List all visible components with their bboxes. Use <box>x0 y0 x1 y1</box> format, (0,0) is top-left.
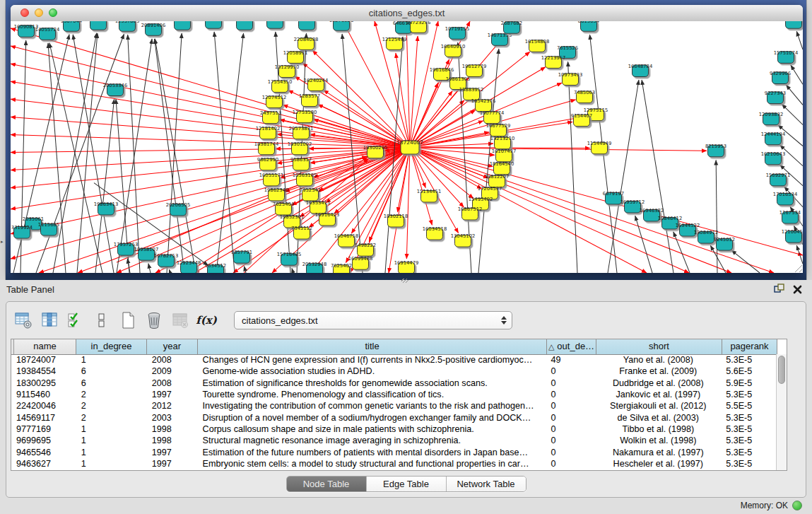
table-options-icon[interactable] <box>13 310 33 330</box>
graph-node[interactable]: 16867512 <box>458 206 483 220</box>
column-header-pagerank[interactable]: pagerank <box>722 339 777 354</box>
close-panel-icon[interactable] <box>793 284 802 297</box>
graph-node[interactable]: 9245012 <box>714 237 735 250</box>
graph-node[interactable]: 20053346 <box>103 83 128 96</box>
graph-node[interactable]: 2437513 <box>260 110 281 124</box>
graph-node[interactable]: 16107437 <box>492 148 517 162</box>
graph-node[interactable]: 11154808 <box>782 21 803 28</box>
graph-node[interactable]: 5498222 <box>355 243 376 256</box>
graph-node[interactable]: 19863413 <box>94 201 119 215</box>
column-header-out_de[interactable]: △out_de… <box>547 339 596 354</box>
column-header-in_degree[interactable]: in_degree <box>76 339 147 354</box>
show-rows-icon[interactable] <box>92 310 112 330</box>
panel-collapse-handle[interactable]: ▸ <box>1 239 4 244</box>
graph-node[interactable]: 9507044 <box>61 21 82 31</box>
graph-node[interactable]: 9586317 <box>290 157 312 170</box>
panel-divider-grip[interactable] <box>401 279 408 283</box>
graph-node[interactable]: 9329966 <box>770 71 791 84</box>
tab-edge-table[interactable]: Edge Table <box>367 477 447 491</box>
graph-node[interactable]: 7485063 <box>574 90 595 103</box>
delete-table-icon[interactable] <box>170 310 190 330</box>
graph-node[interactable]: 19612779 <box>462 64 487 77</box>
graph-node[interactable]: 10719155 <box>445 26 470 40</box>
graph-node[interactable]: 12790310 <box>233 21 257 30</box>
graph-node[interactable]: 13045102 <box>451 233 476 247</box>
select-all-icon[interactable] <box>66 310 86 330</box>
graph-node[interactable]: 8813054 <box>578 21 599 31</box>
graph-node[interactable]: 16542376 <box>471 98 496 112</box>
graph-node[interactable]: 12074512 <box>262 95 287 108</box>
graph-node[interactable]: 26206505 <box>166 202 191 216</box>
graph-node[interactable]: 13213210 <box>490 136 515 149</box>
table-row[interactable]: 1830029562008Estimation of significance … <box>11 378 776 389</box>
tab-network-table[interactable]: Network Table <box>447 477 526 491</box>
table-row[interactable]: 1938455462009Genome-wide association stu… <box>11 366 776 377</box>
column-header-name[interactable]: name <box>14 339 76 354</box>
graph-node[interactable]: 1167534 <box>779 210 801 223</box>
graph-node[interactable]: 19067553 <box>201 21 226 28</box>
network-graph[interactable]: 1609081314055724950704418525780123578652… <box>11 21 803 273</box>
column-header-short[interactable]: short <box>596 339 722 354</box>
graph-node[interactable]: 9227343 <box>765 90 786 104</box>
graph-node[interactable]: 16154808 <box>525 39 550 52</box>
memory-status-indicator[interactable] <box>792 501 802 510</box>
graph-node[interactable]: 12100453 <box>782 229 803 243</box>
graph-node[interactable]: 18164540 <box>490 161 514 175</box>
graph-node[interactable]: 17016534 <box>773 192 798 205</box>
float-panel-icon[interactable] <box>774 284 784 297</box>
create-column-icon[interactable] <box>118 310 138 330</box>
graph-node[interactable]: 12357865 <box>115 21 140 31</box>
table-row[interactable]: 1872400712008Changes of HCN gene express… <box>11 354 776 366</box>
tab-node-table[interactable]: Node Table <box>287 477 367 491</box>
graph-node[interactable]: 15387813 <box>263 21 288 28</box>
graph-node[interactable]: 16648784 <box>628 64 653 77</box>
table-row[interactable]: 946362711997Embryonic stem cells: a mode… <box>11 458 776 469</box>
network-window-titlebar[interactable]: citations_edges.txt <box>11 5 803 22</box>
graph-node[interactable]: 16916423 <box>315 212 340 226</box>
graph-node[interactable]: 20891406 <box>141 23 166 36</box>
table-select-combo[interactable]: citations_edges.txt <box>234 311 512 329</box>
graph-node[interactable]: 19862340 <box>264 187 289 201</box>
table-row[interactable]: 969969511998Structural magnetic resonanc… <box>11 435 776 446</box>
graph-node[interactable]: 20532948 <box>302 262 327 273</box>
graph-node[interactable]: 15673541 <box>170 21 195 30</box>
graph-node[interactable]: 8215953 <box>705 144 726 157</box>
graph-node[interactable]: 14055724 <box>35 27 60 40</box>
graph-node[interactable]: 16210643 <box>761 151 786 165</box>
graph-node[interactable]: 7625402 <box>331 263 352 273</box>
graph-node[interactable]: 15692971 <box>766 173 791 186</box>
graph-node[interactable]: 12753580 <box>293 110 317 123</box>
graph-node[interactable]: 16677529 <box>486 123 511 136</box>
column-header-title[interactable]: title <box>198 339 547 354</box>
graph-node[interactable]: 12093832 <box>759 112 784 125</box>
graph-node[interactable]: 18381744 <box>254 141 279 155</box>
network-canvas[interactable]: 1609081314055724950704418525780123578652… <box>11 21 803 273</box>
show-column-icon[interactable] <box>40 310 59 330</box>
scrollbar-thumb[interactable] <box>778 356 785 384</box>
graph-node[interactable]: 12125439 <box>382 37 407 50</box>
table-row[interactable]: 911546021997Tourette syndrome. Phenomeno… <box>11 389 776 400</box>
graph-node[interactable]: 15276026 <box>329 21 354 30</box>
graph-node[interactable]: 11544949 <box>587 141 612 154</box>
graph-node[interactable]: 9534512 <box>205 263 226 273</box>
table-row[interactable]: 977716911998Corpus callosum shape and si… <box>11 424 776 435</box>
delete-column-icon[interactable] <box>144 310 164 330</box>
vertical-scrollbar[interactable] <box>776 354 787 470</box>
graph-node[interactable]: 7625404 <box>273 201 294 215</box>
graph-node[interactable]: 9862990 <box>257 157 278 170</box>
graph-node[interactable]: 18301002 <box>288 141 312 155</box>
graph-node[interactable]: 18302118 <box>384 214 408 227</box>
graph-node[interactable]: 2687682 <box>501 21 522 33</box>
graph-node[interactable]: 9857791 <box>231 250 252 263</box>
graph-node[interactable]: 14671355 <box>488 33 512 46</box>
graph-node[interactable]: 18525780 <box>86 21 111 30</box>
graph-node[interactable]: 3319924 <box>11 225 33 238</box>
graph-node[interactable]: 12058991 <box>283 50 308 64</box>
graph-node[interactable]: 7345112 <box>291 226 312 239</box>
graph-node[interactable]: 12444194 <box>761 132 786 145</box>
graph-node[interactable]: 16640910 <box>441 44 466 57</box>
graph-node[interactable]: 16034518 <box>423 226 447 240</box>
graph-node[interactable]: 1115685 <box>38 222 59 235</box>
graph-node[interactable]: 9154407 <box>571 113 592 127</box>
graph-node[interactable]: 12213967 <box>541 55 566 69</box>
